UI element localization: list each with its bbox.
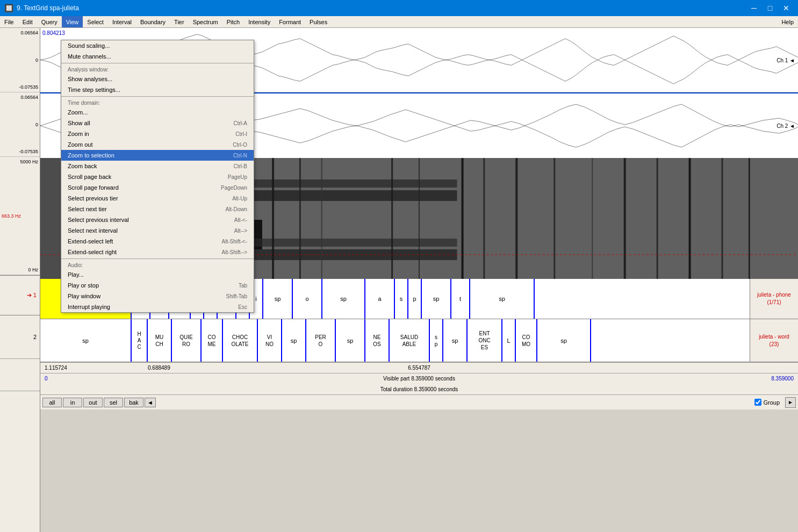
maximize-button[interactable]: □ [763, 2, 778, 14]
y-top-ch1: 0.06564 [20, 30, 38, 35]
tier1-cell-a[interactable]: a [365, 279, 395, 319]
menu-extend-select-left[interactable]: Extend-select left Alt-Shift-<- [61, 236, 254, 247]
menu-select[interactable]: Select [83, 16, 108, 27]
tier1-cell-p[interactable]: p [408, 279, 422, 319]
menu-pulses[interactable]: Pulses [305, 16, 332, 27]
menu-show-all[interactable]: Show all Ctrl-A [61, 118, 254, 128]
tier1-right-label: julieta - phone (1/71) [750, 279, 798, 319]
tier1-label: ➔ 1 [27, 292, 37, 299]
menu-edit[interactable]: Edit [18, 16, 37, 27]
group-checkbox[interactable] [754, 399, 761, 406]
tier2-row: sp HAC MUCH QUIERO COME CHOCOLATE VINO s… [40, 319, 798, 362]
menu-play-window[interactable]: Play window Shift-Tab [61, 291, 254, 301]
menu-bar: File Edit Query View Select Interval Bou… [0, 16, 798, 28]
menu-scroll-page-forward[interactable]: Scroll page forward PageDown [61, 182, 254, 193]
nav-all[interactable]: all [42, 398, 62, 407]
ch2-label: Ch 2 ◄ [777, 123, 795, 129]
menu-formant[interactable]: Formant [275, 16, 305, 27]
tier2-cell-chocolate[interactable]: CHOCOLATE [223, 319, 258, 362]
menu-help[interactable]: Help [777, 16, 798, 27]
menu-zoom-back[interactable]: Zoom back Ctrl-B [61, 161, 254, 171]
tier2-cell-vino[interactable]: VINO [258, 319, 282, 362]
y-bottom-ch2: -0.07535 [19, 149, 38, 154]
tier2-cell-sp3[interactable]: sp [336, 319, 365, 362]
menu-spectrum[interactable]: Spectrum [189, 16, 222, 27]
menu-zoom-out[interactable]: Zoom out Ctrl-O [61, 139, 254, 150]
menu-intensity[interactable]: Intensity [244, 16, 275, 27]
total-text: Total duration 8.359000 seconds [380, 386, 458, 392]
tier2-cell-sp5[interactable]: sp [443, 319, 468, 362]
menu-query[interactable]: Query [37, 16, 62, 27]
menu-play-or-stop[interactable]: Play or stop Tab [61, 280, 254, 291]
tier2-cell-sp4[interactable]: sp [430, 319, 443, 362]
tier2-cell-sp2[interactable]: sp [282, 319, 306, 362]
group-label: Group [763, 399, 780, 406]
nav-out[interactable]: out [83, 398, 103, 407]
menu-zoom[interactable]: Zoom... [61, 107, 254, 118]
tier2-cell-como[interactable]: COMO [516, 319, 537, 362]
tier2-cell-pero[interactable]: PERO [306, 319, 336, 362]
menu-show-analyses[interactable]: Show analyses... [61, 74, 254, 84]
tier2-cell-neos[interactable]: NEOS [365, 319, 390, 362]
menu-play[interactable]: Play... [61, 269, 254, 280]
tier2-cell-hac[interactable]: HAC [132, 319, 148, 362]
tier1-cell-sp3[interactable]: sp [322, 279, 365, 319]
sep2 [61, 96, 254, 97]
freq-bottom: 0 Hz [28, 267, 38, 272]
menu-mute-channels[interactable]: Mute channels... [61, 51, 254, 62]
tier1-cell-sp5[interactable]: sp [470, 279, 535, 319]
nav-arrow[interactable]: ◄ [145, 398, 156, 407]
tier2-cell-sp1[interactable]: sp [40, 319, 132, 362]
header-time: Time domain: [61, 98, 254, 107]
minimize-button[interactable]: ─ [746, 2, 761, 14]
header-analysis: Analysis window: [61, 64, 254, 74]
tier2-cell-come[interactable]: COME [202, 319, 223, 362]
menu-view[interactable]: View [62, 16, 83, 27]
tier2-cell-entonces[interactable]: ENTONCES [468, 319, 502, 362]
header-audio: Audio: [61, 260, 254, 269]
time-val-1: 1.115724 [45, 365, 67, 371]
menu-boundary[interactable]: Boundary [136, 16, 170, 27]
menu-select-next-tier[interactable]: Select next tier Alt-Down [61, 204, 254, 214]
y-axis: 0.06564 0 -0.07535 0.06564 0 -0.07535 50… [0, 28, 40, 532]
menu-sound-scaling[interactable]: Sound scaling... [61, 40, 254, 51]
time-measurements: 1.115724 0.688489 6.554787 [40, 362, 798, 373]
nav-bak[interactable]: bak [124, 398, 143, 407]
freq-top: 5000 Hz [20, 159, 38, 164]
nav-in[interactable]: in [63, 398, 82, 407]
close-button[interactable]: ✕ [779, 2, 794, 14]
start-time: 0 [45, 376, 48, 382]
menu-extend-select-right[interactable]: Extend-select right Alt-Shift--> [61, 247, 254, 257]
view-dropdown-menu: Sound scaling... Mute channels... Analys… [61, 40, 254, 313]
tier1-cell-o[interactable]: o [293, 279, 322, 319]
tier1-cell-s[interactable]: s [395, 279, 408, 319]
total-bar: Total duration 8.359000 seconds [40, 384, 798, 394]
tier2-cell-quiero[interactable]: QUIERO [172, 319, 202, 362]
tier2-cell-saludable[interactable]: SALUDABLE [390, 319, 430, 362]
menu-zoom-to-selection[interactable]: Zoom to selection Ctrl-N [61, 150, 254, 161]
end-time: 8.359000 [771, 376, 794, 382]
menu-interrupt-playing[interactable]: Interrupt playing Esc [61, 301, 254, 312]
tier1-cell-sp4[interactable]: sp [422, 279, 451, 319]
sep1 [61, 63, 254, 63]
menu-tier[interactable]: Tier [170, 16, 189, 27]
menu-zoom-in[interactable]: Zoom in Ctrl-I [61, 128, 254, 139]
tier2-cell-l[interactable]: L [502, 319, 516, 362]
menu-select-next-interval[interactable]: Select next interval Alt--> [61, 225, 254, 236]
tier2-cell-much[interactable]: MUCH [148, 319, 172, 362]
menu-file[interactable]: File [0, 16, 18, 27]
scroll-right[interactable]: ► [785, 397, 796, 408]
menu-pitch[interactable]: Pitch [222, 16, 244, 27]
tier1-cell-sp2[interactable]: sp [263, 279, 293, 319]
menu-select-prev-tier[interactable]: Select previous tier Alt-Up [61, 193, 254, 204]
menu-time-step-settings[interactable]: Time step settings... [61, 84, 254, 95]
tier2-cell-sp6[interactable]: sp [537, 319, 591, 362]
tier1-cell-t2[interactable]: t [451, 279, 470, 319]
bottom-nav: all in out sel bak ◄ Group ► [40, 394, 798, 409]
visible-text: Visible part 8.359000 seconds [383, 376, 455, 382]
tier2-right-label: julieta - word (23) [750, 319, 798, 362]
nav-sel[interactable]: sel [104, 398, 123, 407]
menu-select-prev-interval[interactable]: Select previous interval Alt-<- [61, 214, 254, 225]
menu-interval[interactable]: Interval [108, 16, 136, 27]
menu-scroll-page-back[interactable]: Scroll page back PageUp [61, 171, 254, 182]
